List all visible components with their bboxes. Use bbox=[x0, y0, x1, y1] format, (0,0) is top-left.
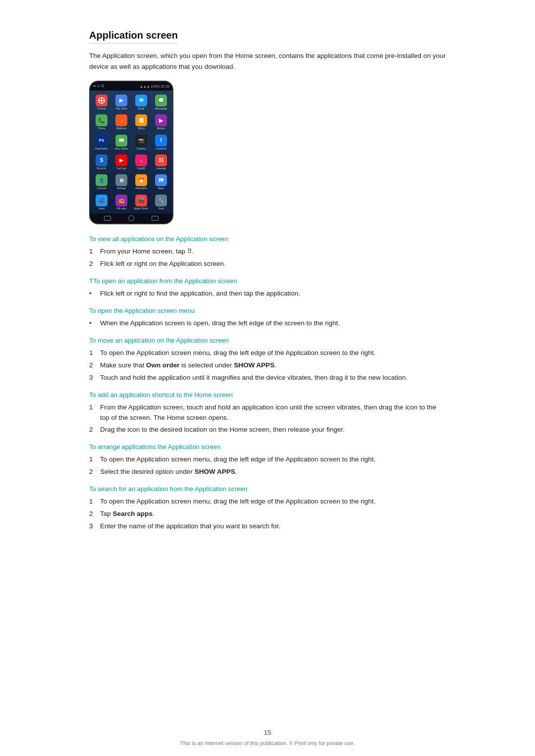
search-app-list: 1 To open the Application screen menu, d… bbox=[89, 497, 446, 532]
app-icon: ⚙ Settings bbox=[112, 173, 131, 192]
app-icon: 🔧 Tools bbox=[152, 193, 170, 211]
app-icon: 📞 Phone bbox=[92, 113, 111, 132]
list-item: 1 From your Home screen, tap ⠿. bbox=[89, 247, 446, 257]
list-item: 2 Flick left or right on the Application… bbox=[89, 259, 446, 269]
section-open-app-heading: TTo open an application from the Applica… bbox=[89, 277, 446, 285]
page-title: Application screen bbox=[89, 30, 178, 44]
footer-text: This is an Internet version of this publ… bbox=[180, 740, 355, 746]
app-icon: 👤 Contacts bbox=[92, 173, 111, 192]
app-icon: ⏰ Alarm&Clk bbox=[132, 173, 151, 192]
app-icon: ✉ Email bbox=[132, 93, 151, 111]
app-icon: ♪ TrackID bbox=[132, 152, 151, 171]
status-right: ▲▲▲ 100% 22:25 bbox=[140, 85, 169, 88]
section-view-all-heading: To view all applications on the Applicat… bbox=[89, 235, 446, 243]
phone-mockup: ⬅ ⊙ ☰ ▲▲▲ 100% 22:25 Chrome ▶ Play Store… bbox=[89, 81, 173, 224]
app-icon: ▶ Play Store bbox=[112, 93, 131, 111]
list-item: 2 Tap Search apps. bbox=[89, 509, 446, 519]
app-icon: ▶ YouTube bbox=[112, 152, 131, 171]
page-number: 15 bbox=[264, 729, 271, 736]
list-item: • Flick left or right to find the applic… bbox=[89, 289, 446, 299]
list-item: 2 Make sure that Own order is selected u… bbox=[89, 360, 446, 371]
app-icon: f Facebook bbox=[152, 133, 170, 151]
add-shortcut-list: 1 From the Application screen, touch and… bbox=[89, 403, 446, 436]
section-search-app-heading: To search for an application from the Ap… bbox=[89, 485, 446, 493]
move-app-list: 1 To open the Application screen menu, d… bbox=[89, 348, 446, 383]
phone-image-container: ⬅ ⊙ ☰ ▲▲▲ 100% 22:25 Chrome ▶ Play Store… bbox=[89, 81, 446, 224]
intro-text: The Application screen, which you open f… bbox=[89, 50, 446, 72]
list-item: 1 From the Application screen, touch and… bbox=[89, 403, 446, 423]
phone-app-grid: Chrome ▶ Play Store ✉ Email 💬 Messaging … bbox=[90, 91, 172, 213]
list-item: 1 To open the Application screen menu, d… bbox=[89, 348, 446, 358]
list-item: 1 To open the Application screen menu, d… bbox=[89, 454, 446, 465]
list-item: 1 To open the Application screen menu, d… bbox=[89, 497, 446, 507]
app-icon: 📻 FM radio bbox=[112, 193, 131, 211]
app-icon: 📹 Video bbox=[92, 193, 111, 211]
section-add-shortcut-heading: To add an application shortcut to the Ho… bbox=[89, 391, 446, 399]
nav-home bbox=[128, 215, 134, 221]
section-arrange-apps-heading: To arrange applications Ihe Application … bbox=[89, 443, 446, 451]
app-icon: 🖼 Album bbox=[132, 113, 151, 132]
phone-nav-bar bbox=[90, 213, 172, 223]
app-icon: 31 Calendar bbox=[152, 152, 170, 171]
arrange-apps-list: 1 To open the Application screen menu, d… bbox=[89, 454, 446, 477]
app-icon: Chrome bbox=[92, 93, 111, 111]
view-all-list: 1 From your Home screen, tap ⠿. 2 Flick … bbox=[89, 247, 446, 269]
app-icon: 💬 Messaging bbox=[152, 93, 170, 111]
nav-recent bbox=[152, 216, 159, 221]
app-icon: 📖 Story Select bbox=[112, 133, 131, 151]
nav-back bbox=[104, 216, 111, 221]
list-item: 3 Touch and hold the application until i… bbox=[89, 373, 446, 383]
phone-status-bar: ⬅ ⊙ ☰ ▲▲▲ 100% 22:25 bbox=[90, 82, 172, 91]
status-left: ⬅ ⊙ ☰ bbox=[93, 84, 104, 88]
app-icon: S Social N. bbox=[92, 152, 111, 171]
app-icon: ▶ Movies bbox=[152, 113, 170, 132]
app-icon: PS PlayStation bbox=[92, 133, 111, 151]
page-container: Application screen The Application scree… bbox=[0, 0, 535, 756]
section-open-menu-heading: To open the Application screen menu bbox=[89, 307, 446, 314]
section-move-app-heading: To move an application on Ihe Applicatio… bbox=[89, 337, 446, 344]
list-item: 2 Select the desired option under SHOW A… bbox=[89, 467, 446, 477]
list-item: • When the Application screen is open, d… bbox=[89, 318, 446, 329]
app-icon: 🎬 Movie Studio bbox=[132, 193, 151, 211]
list-item: 2 Drag the icon to the desired location … bbox=[89, 425, 446, 435]
open-app-list: • Flick left or right to find the applic… bbox=[89, 289, 446, 299]
app-icon: 📷 Camera bbox=[132, 133, 151, 151]
app-icon: 🗺 Maps bbox=[152, 173, 170, 192]
app-icon: ♪ Walkman bbox=[112, 113, 131, 132]
list-item: 3 Enter the name of the application that… bbox=[89, 521, 446, 532]
open-menu-list: • When the Application screen is open, d… bbox=[89, 318, 446, 329]
